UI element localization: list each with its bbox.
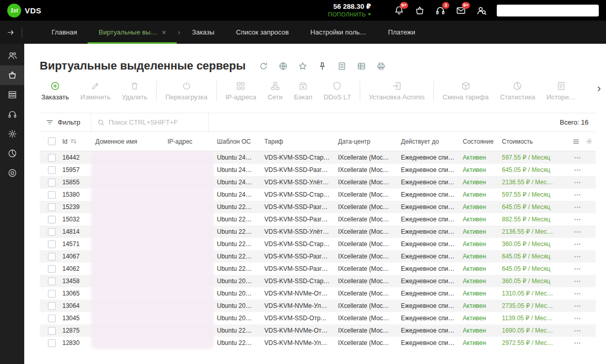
tabledoc-button[interactable] — [357, 62, 366, 71]
sort-icon[interactable] — [70, 138, 77, 145]
tariff-change-button[interactable]: Смена тарифа — [437, 77, 494, 106]
column-header-2[interactable]: IP-адрес — [163, 138, 213, 145]
column-header-6[interactable]: Действует до — [397, 138, 459, 145]
row-menu-button[interactable] — [567, 265, 596, 273]
column-header-0[interactable]: Id — [58, 138, 91, 145]
logo[interactable]: 1st VDS — [0, 4, 41, 18]
basket-button[interactable] — [409, 6, 430, 15]
table-row[interactable]: 13045Ubuntu 20…VDS-KVM-SSD-Отрыв…IXcelle… — [40, 312, 596, 324]
filter-button[interactable]: Фильтр — [40, 113, 91, 131]
table-row[interactable]: 15239Ubuntu 22…VDS-KVM-SSD-Разгон-…IXcel… — [40, 201, 596, 213]
row-checkbox[interactable] — [48, 191, 56, 199]
star-button[interactable] — [298, 62, 307, 71]
table-row[interactable]: 15380Ubuntu 24…VDS-KVM-SSD-Старт-…IXcell… — [40, 188, 596, 201]
row-checkbox[interactable] — [48, 339, 56, 347]
row-menu-button[interactable] — [567, 154, 596, 162]
row-checkbox[interactable] — [48, 327, 56, 335]
tab-5[interactable]: Платежи — [377, 21, 426, 44]
backup-button[interactable]: Бэкап — [289, 77, 318, 106]
row-checkbox[interactable] — [48, 179, 56, 186]
row-menu-button[interactable] — [567, 315, 596, 322]
row-menu-button[interactable] — [567, 228, 596, 236]
table-row[interactable]: 14571Ubuntu 22…VDS-KVM-SSD-Старт-…IXcell… — [40, 238, 596, 250]
row-menu-button[interactable] — [567, 179, 596, 186]
tab-close-icon[interactable]: × — [162, 28, 166, 37]
pin-button[interactable] — [318, 62, 327, 71]
globe-button[interactable] — [279, 62, 288, 71]
table-row[interactable]: 15957Ubuntu 24…VDS-KVM-SSD-Разгон-…IXcel… — [40, 164, 596, 176]
sidebar-expand-button[interactable] — [0, 21, 22, 44]
history-button[interactable]: Истори… — [541, 77, 581, 106]
row-checkbox[interactable] — [48, 253, 56, 261]
doc-button[interactable] — [338, 62, 346, 71]
row-checkbox[interactable] — [48, 154, 56, 162]
row-menu-button[interactable] — [567, 253, 596, 261]
column-header-8[interactable]: Стоимость — [498, 138, 567, 145]
table-row[interactable]: 16442Ubuntu 24…VDS-KVM-SSD-Старт-…IXcell… — [40, 151, 596, 164]
statistics-button[interactable]: Статистика — [494, 77, 541, 106]
sidebar-item-users[interactable] — [0, 46, 24, 65]
table-row[interactable]: 12830Ubuntu 22…VDS-KVM-NVMe-Улёт…IXcelle… — [40, 337, 596, 349]
column-header-7[interactable]: Состояние — [459, 138, 498, 145]
row-menu-button[interactable] — [567, 216, 596, 223]
row-menu-button[interactable] — [567, 327, 596, 335]
table-row[interactable]: 14814Ubuntu 22…VDS-KVM-SSD-Улёт-1…IXcell… — [40, 226, 596, 238]
row-checkbox[interactable] — [48, 278, 56, 285]
headset-button[interactable]: 3 — [430, 6, 450, 15]
refresh-button[interactable] — [259, 62, 268, 71]
topup-link[interactable]: ПОПОЛНИТЬ — [328, 11, 371, 19]
column-header-1[interactable]: Доменное имя — [91, 138, 163, 145]
row-menu-button[interactable] — [567, 191, 596, 199]
sidebar-item-pie[interactable] — [0, 144, 24, 163]
order-button[interactable]: Заказать — [36, 77, 75, 106]
row-checkbox[interactable] — [48, 203, 56, 211]
row-menu-button[interactable] — [567, 302, 596, 310]
tab-0[interactable]: Главная — [41, 21, 88, 44]
table-row[interactable]: 13458Ubuntu 20…VDS-KVM-SSD-Старт-…IXcell… — [40, 275, 596, 287]
sidebar-item-headset[interactable] — [0, 105, 24, 124]
row-checkbox[interactable] — [48, 315, 56, 322]
table-row[interactable]: 15032Ubuntu 22…VDS-KVM-SSD-Разгон-…IXcel… — [40, 213, 596, 226]
sidebar-item-stack[interactable] — [0, 85, 24, 105]
table-row[interactable]: 15855Ubuntu 24…VDS-KVM-SSD-Улёт-1…IXcell… — [40, 176, 596, 188]
column-header-4[interactable]: Тариф — [260, 138, 334, 145]
select-all-checkbox[interactable] — [48, 137, 56, 145]
top-search-input[interactable] — [497, 5, 599, 16]
row-checkbox[interactable] — [48, 290, 56, 298]
tab-4[interactable]: Настройки поль… — [299, 21, 377, 44]
tab-3[interactable]: Список запросов — [225, 21, 299, 44]
person-search-button[interactable] — [471, 6, 492, 15]
printer-button[interactable] — [377, 62, 385, 71]
column-header-5[interactable]: Дата-центр — [334, 138, 397, 145]
table-search-input[interactable] — [109, 118, 202, 126]
table-row[interactable]: 14067Ubuntu 22…VDS-KVM-SSD-Разгон-…IXcel… — [40, 250, 596, 263]
column-menu-icon[interactable] — [573, 138, 580, 145]
table-row[interactable]: 14062Ubuntu 22…VDS-KVM-SSD-Разгон-…IXcel… — [40, 263, 596, 275]
table-row[interactable]: 13064Ubuntu 20…VDS-KVM-NVMe-Улёт…IXcelle… — [40, 300, 596, 312]
sidebar-item-disc[interactable] — [0, 163, 24, 183]
ip-addresses-button[interactable]: IP-адреса — [220, 77, 262, 106]
row-menu-button[interactable] — [567, 339, 596, 347]
ddos-l7-button[interactable]: DDoS L7 — [318, 77, 357, 106]
tab-2[interactable]: Заказы — [181, 21, 225, 44]
tab-1[interactable]: Виртуальные вы…× — [88, 21, 177, 44]
row-checkbox[interactable] — [48, 228, 56, 236]
sidebar-item-basket[interactable] — [0, 65, 24, 85]
row-menu-button[interactable] — [567, 203, 596, 211]
bell-button[interactable]: 9+ — [389, 6, 409, 15]
edit-button[interactable]: Изменить — [75, 77, 116, 106]
row-checkbox[interactable] — [48, 216, 56, 223]
table-row[interactable]: 12875Ubuntu 22…VDS-KVM-NVMe-Отр…IXceller… — [40, 324, 596, 337]
row-checkbox[interactable] — [48, 302, 56, 310]
reboot-button[interactable]: Перезагрузка — [160, 77, 213, 106]
row-checkbox[interactable] — [48, 166, 56, 174]
mail-button[interactable]: 9+ — [450, 6, 471, 15]
column-header-3[interactable]: Шаблон ОС — [213, 138, 260, 145]
networks-button[interactable]: Сети — [262, 77, 288, 106]
row-menu-button[interactable] — [567, 166, 596, 174]
acronis-install-button[interactable]: Установка Acronis — [363, 77, 430, 106]
row-menu-button[interactable] — [567, 240, 596, 248]
row-menu-button[interactable] — [567, 278, 596, 285]
delete-button[interactable]: Удалить — [116, 77, 153, 106]
row-menu-button[interactable] — [567, 290, 596, 298]
